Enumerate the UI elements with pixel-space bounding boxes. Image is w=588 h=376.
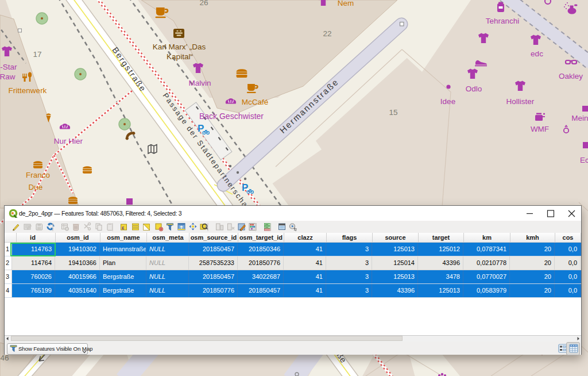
svg-text:Odlo: Odlo — [466, 85, 482, 93]
svg-text:ε: ε — [122, 225, 125, 231]
svg-text:Hollister: Hollister — [506, 97, 535, 106]
svg-text:McCafé: McCafé — [242, 98, 269, 106]
svg-text:edc: edc — [531, 49, 543, 58]
svg-text:17: 17 — [33, 50, 41, 59]
svg-text:Raw: Raw — [0, 72, 16, 81]
svg-text:Karl Marx’ „Das: Karl Marx’ „Das — [153, 43, 206, 51]
svg-text:46: 46 — [0, 354, 9, 362]
svg-text:Oakley: Oakley — [559, 72, 583, 80]
svg-text:Franco: Franco — [26, 171, 50, 179]
svg-text:-Star: -Star — [0, 63, 17, 71]
svg-text:Frittenwerk: Frittenwerk — [9, 86, 47, 95]
svg-text:Nem: Nem — [338, 0, 354, 7]
svg-text:26: 26 — [199, 0, 208, 7]
svg-text:Ec: Ec — [580, 156, 588, 164]
svg-text:Idee: Idee — [440, 97, 455, 106]
svg-text:Kapital“: Kapital“ — [167, 52, 193, 61]
svg-text:Mein: Mein — [571, 114, 588, 122]
svg-text:WMF: WMF — [531, 125, 549, 133]
svg-text:Tehranchi: Tehranchi — [486, 17, 520, 25]
svg-text:15: 15 — [389, 108, 397, 117]
svg-text:Nur Hier: Nur Hier — [54, 137, 83, 145]
svg-text:Back Geschwister: Back Geschwister — [199, 112, 264, 121]
svg-text:22: 22 — [323, 29, 331, 38]
svg-text:Due: Due — [29, 183, 43, 191]
svg-text:Malvin: Malvin — [188, 79, 211, 87]
